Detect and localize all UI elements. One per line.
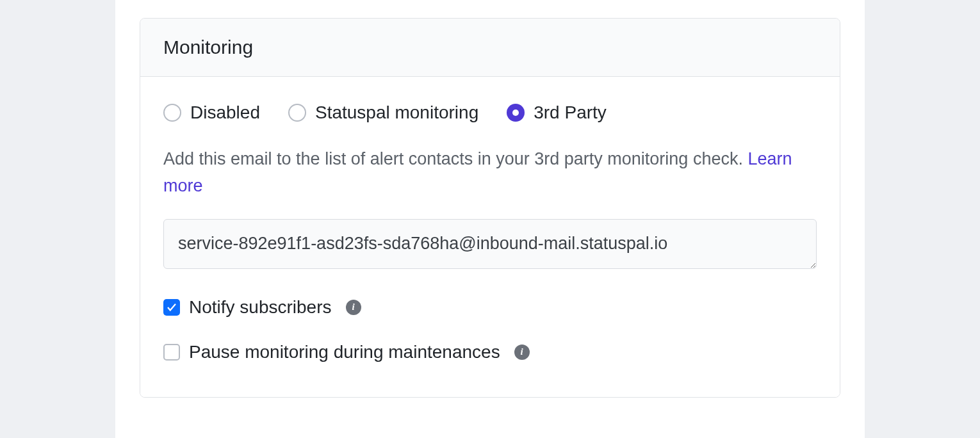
- page-background: Monitoring Disabled Statuspal monitoring…: [0, 0, 980, 438]
- alert-email-field[interactable]: [163, 219, 817, 269]
- radio-disabled-label: Disabled: [190, 102, 260, 123]
- radio-statuspal[interactable]: Statuspal monitoring: [288, 102, 478, 123]
- notify-subscribers-checkbox[interactable]: [163, 299, 180, 316]
- notify-subscribers-label: Notify subscribers: [189, 297, 332, 318]
- content-container: Monitoring Disabled Statuspal monitoring…: [115, 0, 865, 438]
- radio-icon: [163, 104, 181, 122]
- email-field-wrap: [163, 219, 817, 272]
- panel-header: Monitoring: [140, 19, 840, 77]
- radio-3rd-party[interactable]: 3rd Party: [507, 102, 607, 123]
- pause-monitoring-label: Pause monitoring during maintenances: [189, 342, 500, 362]
- pause-monitoring-checkbox[interactable]: [163, 344, 180, 361]
- monitoring-panel: Monitoring Disabled Statuspal monitoring…: [140, 18, 840, 398]
- panel-body: Disabled Statuspal monitoring 3rd Party …: [140, 77, 840, 397]
- radio-icon-selected: [507, 104, 525, 122]
- check-icon: [166, 302, 177, 313]
- panel-title: Monitoring: [163, 36, 817, 58]
- pause-monitoring-row: Pause monitoring during maintenances i: [163, 342, 817, 362]
- description-text: Add this email to the list of alert cont…: [163, 146, 817, 200]
- radio-statuspal-label: Statuspal monitoring: [315, 102, 478, 123]
- info-icon[interactable]: i: [346, 300, 361, 315]
- radio-3rd-party-label: 3rd Party: [534, 102, 607, 123]
- info-icon[interactable]: i: [514, 345, 530, 360]
- monitoring-mode-radio-group: Disabled Statuspal monitoring 3rd Party: [163, 102, 817, 123]
- notify-subscribers-row: Notify subscribers i: [163, 297, 817, 318]
- description-pre: Add this email to the list of alert cont…: [163, 149, 747, 168]
- radio-disabled[interactable]: Disabled: [163, 102, 260, 123]
- radio-icon: [288, 104, 306, 122]
